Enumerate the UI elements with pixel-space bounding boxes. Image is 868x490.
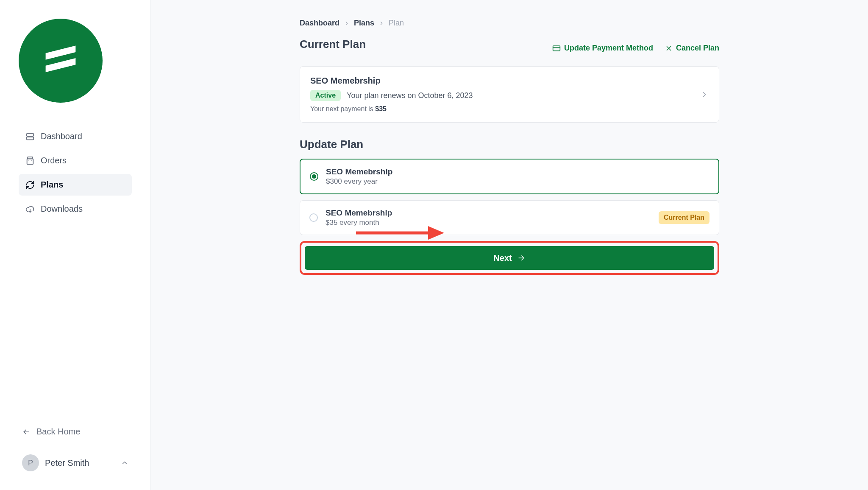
- user-name: Peter Smith: [45, 458, 89, 468]
- next-button-label: Next: [493, 253, 512, 263]
- renew-text: Your plan renews on October 6, 2023: [347, 91, 473, 100]
- radio-icon: [309, 213, 318, 222]
- sidebar-item-orders[interactable]: Orders: [19, 150, 132, 171]
- next-payment-amount: $35: [375, 105, 387, 112]
- next-payment-text: Your next payment is $35: [310, 105, 473, 113]
- svg-rect-1: [27, 137, 34, 139]
- section-title-current-plan: Current Plan: [300, 38, 366, 51]
- chevron-right-icon: [700, 90, 709, 99]
- svg-rect-2: [27, 159, 33, 164]
- sidebar-item-downloads[interactable]: Downloads: [19, 198, 132, 220]
- sidebar-item-plans[interactable]: Plans: [19, 174, 132, 196]
- next-payment-prefix: Your next payment is: [310, 105, 375, 112]
- breadcrumb-plan: Plan: [389, 19, 404, 28]
- sidebar: Dashboard Orders Plans Downloads: [0, 0, 151, 490]
- sidebar-item-label: Orders: [41, 156, 67, 165]
- bag-icon: [25, 156, 35, 165]
- cancel-plan-link[interactable]: Cancel Plan: [665, 44, 719, 53]
- sidebar-item-dashboard[interactable]: Dashboard: [19, 126, 132, 147]
- arrow-left-icon: [22, 428, 31, 436]
- plan-option-name: SEO Memebrship: [326, 167, 392, 176]
- breadcrumb-plans[interactable]: Plans: [354, 19, 374, 28]
- plan-option-yearly[interactable]: SEO Memebrship $300 every year: [300, 159, 719, 194]
- arrow-right-icon: [517, 254, 526, 262]
- current-plan-name: SEO Memebrship: [310, 76, 473, 86]
- breadcrumb-dashboard[interactable]: Dashboard: [300, 19, 339, 28]
- breadcrumb: Dashboard Plans Plan: [300, 19, 719, 28]
- back-home-label: Back Home: [36, 427, 80, 437]
- next-button[interactable]: Next: [305, 246, 714, 270]
- sidebar-item-label: Downloads: [41, 204, 83, 214]
- download-cloud-icon: [25, 204, 35, 214]
- current-plan-tag: Current Plan: [659, 211, 709, 224]
- status-badge: Active: [310, 90, 341, 101]
- chevron-right-icon: [344, 20, 350, 26]
- sidebar-nav: Dashboard Orders Plans Downloads: [19, 126, 132, 220]
- user-menu[interactable]: P Peter Smith: [19, 454, 132, 471]
- highlight-annotation: Next: [300, 241, 719, 275]
- radio-icon: [310, 172, 318, 181]
- plan-option-price: $300 every year: [326, 177, 392, 186]
- current-plan-card[interactable]: SEO Memebrship Active Your plan renews o…: [300, 66, 719, 123]
- plan-option-monthly[interactable]: SEO Memebrship $35 every month Current P…: [300, 200, 719, 235]
- logo: [19, 19, 132, 103]
- close-icon: [665, 45, 673, 52]
- sidebar-item-label: Dashboard: [41, 132, 82, 141]
- plan-option-name: SEO Memebrship: [326, 208, 392, 218]
- avatar: P: [22, 454, 39, 471]
- credit-card-icon: [552, 44, 561, 53]
- section-title-update-plan: Update Plan: [300, 138, 719, 151]
- main-content: Dashboard Plans Plan Current Plan Update…: [151, 0, 868, 490]
- refresh-icon: [25, 180, 35, 190]
- cancel-plan-label: Cancel Plan: [676, 44, 719, 53]
- update-payment-method-link[interactable]: Update Payment Method: [552, 44, 653, 53]
- plan-option-price: $35 every month: [326, 218, 392, 227]
- brand-logo-icon: [19, 19, 103, 103]
- svg-rect-0: [27, 133, 34, 136]
- server-icon: [25, 132, 35, 141]
- avatar-initial: P: [28, 459, 33, 468]
- sidebar-item-label: Plans: [41, 180, 63, 190]
- svg-rect-3: [553, 46, 560, 51]
- chevron-right-icon: [378, 20, 384, 26]
- back-home-link[interactable]: Back Home: [19, 427, 132, 437]
- update-payment-method-label: Update Payment Method: [564, 44, 653, 53]
- chevron-up-icon: [121, 459, 128, 467]
